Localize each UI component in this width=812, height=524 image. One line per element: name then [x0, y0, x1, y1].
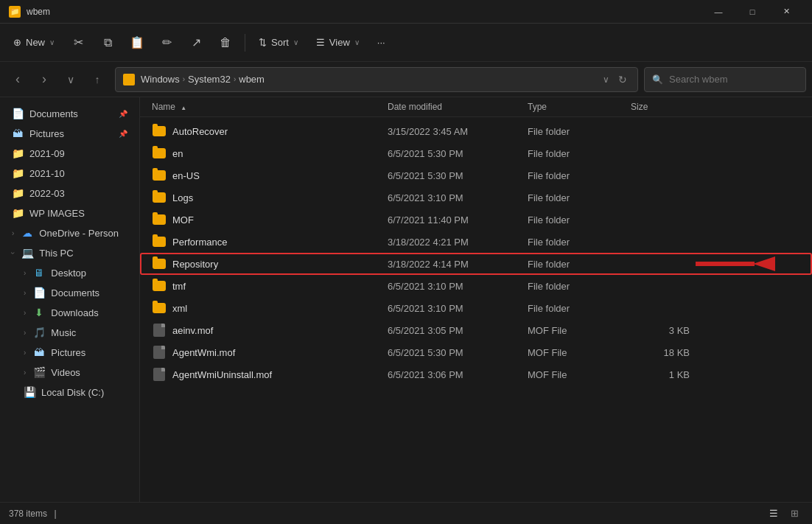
file-name: aeinv.mof	[172, 325, 388, 336]
copy-button[interactable]: ⧉	[94, 29, 121, 56]
pin-icon-pictures: 📌	[119, 130, 127, 138]
table-row[interactable]: MOF6/7/2021 11:40 PMFile folder	[140, 209, 812, 231]
sidebar-item-wp-images[interactable]: 📁 WP IMAGES	[3, 203, 136, 223]
search-input[interactable]	[669, 74, 798, 85]
file-name: AutoRecover	[172, 126, 388, 137]
view-chevron-icon: ∨	[354, 38, 360, 46]
file-date: 6/5/2021 3:10 PM	[388, 281, 528, 292]
folder-icon-wp-images: 📁	[12, 207, 24, 219]
downloads-icon: ⬇	[33, 307, 45, 318]
main-area: 📄 Documents 📌 🏔 Pictures 📌 📁 2021-09 📁 2…	[0, 97, 812, 502]
col-header-name[interactable]: Name ▲	[152, 102, 388, 112]
cut-button[interactable]: ✂	[65, 29, 91, 56]
file-date: 3/18/2022 4:14 PM	[388, 259, 528, 270]
sidebar-item-local-disk[interactable]: 💾 Local Disk (C:)	[3, 382, 136, 402]
sidebar-item-music[interactable]: › 🎵 Music	[3, 323, 136, 342]
table-row[interactable]: tmf6/5/2021 3:10 PMFile folder	[140, 275, 812, 297]
address-expand-icon[interactable]: ∨	[603, 74, 609, 85]
address-folder-icon	[123, 74, 135, 85]
share-button[interactable]: ↗	[183, 29, 209, 56]
table-row[interactable]: Repository3/18/2022 4:14 PMFile folder	[140, 253, 812, 275]
close-button[interactable]: ✕	[769, 0, 803, 24]
back-button[interactable]: ‹	[6, 68, 29, 91]
file-size: 3 KB	[631, 325, 690, 336]
table-row[interactable]: en6/5/2021 5:30 PMFile folder	[140, 142, 812, 164]
sidebar-label-videos: Videos	[51, 367, 80, 378]
file-date: 3/18/2022 4:21 PM	[388, 237, 528, 248]
sidebar-item-documents[interactable]: 📄 Documents 📌	[3, 104, 136, 123]
refresh-button[interactable]: ↻	[615, 71, 630, 88]
folder-icon	[152, 146, 167, 161]
more-button[interactable]: ···	[370, 32, 393, 52]
sidebar-label-local-disk: Local Disk (C:)	[41, 387, 104, 398]
address-bar[interactable]: Windows › System32 › wbem ∨ ↻	[115, 67, 638, 92]
sidebar-label-wp-images: WP IMAGES	[29, 208, 85, 219]
view-toggle-group: ☰ ⊞	[765, 505, 803, 523]
search-box[interactable]: 🔍	[644, 67, 806, 92]
file-type: File folder	[528, 170, 631, 181]
file-type: File folder	[528, 192, 631, 203]
file-type: MOF File	[528, 325, 631, 336]
sidebar-item-pictures2[interactable]: › 🏔 Pictures	[3, 343, 136, 362]
sidebar-label-2021-10: 2021-10	[29, 168, 65, 179]
breadcrumb-windows[interactable]: Windows	[141, 74, 180, 85]
col-header-size[interactable]: Size	[631, 102, 690, 112]
new-button[interactable]: ⊕ New ∨	[6, 32, 62, 52]
file-icon	[152, 367, 167, 382]
column-headers: Name ▲ Date modified Type Size	[140, 97, 812, 117]
sidebar-label-pictures: Pictures	[29, 128, 64, 139]
col-header-date[interactable]: Date modified	[388, 102, 528, 112]
sidebar-item-documents2[interactable]: › 📄 Documents	[3, 283, 136, 302]
table-row[interactable]: Performance3/18/2022 4:21 PMFile folder	[140, 231, 812, 253]
folder-icon-2022-03: 📁	[12, 187, 24, 199]
dropdown-button[interactable]: ∨	[59, 68, 83, 91]
folder-icon	[152, 124, 167, 139]
sidebar-item-onedrive[interactable]: › ☁ OneDrive - Person	[3, 223, 136, 242]
breadcrumb-system32[interactable]: System32	[188, 74, 231, 85]
sidebar-item-pictures[interactable]: 🏔 Pictures 📌	[3, 124, 136, 143]
breadcrumb-wbem[interactable]: wbem	[239, 74, 265, 85]
file-type: MOF File	[528, 347, 631, 358]
maximize-button[interactable]: □	[735, 0, 769, 24]
delete-button[interactable]: 🗑	[212, 29, 239, 56]
sidebar-item-downloads[interactable]: › ⬇ Downloads	[3, 303, 136, 322]
sidebar-label-documents2: Documents	[51, 287, 99, 298]
chevron-desktop: ›	[24, 269, 26, 277]
table-row[interactable]: AgentWmi.mof6/5/2021 5:30 PMMOF File18 K…	[140, 341, 812, 363]
file-date: 6/5/2021 3:10 PM	[388, 192, 528, 203]
status-count: 378 items |	[9, 509, 61, 519]
sidebar-item-2021-09[interactable]: 📁 2021-09	[3, 144, 136, 163]
list-view-button[interactable]: ☰	[765, 505, 783, 523]
sidebar-label-pictures2: Pictures	[51, 347, 85, 358]
paste-button[interactable]: 📋	[124, 29, 150, 56]
view-button[interactable]: ☰ View ∨	[309, 32, 367, 52]
sidebar-item-this-pc[interactable]: › 💻 This PC	[3, 243, 136, 262]
sidebar-item-2022-03[interactable]: 📁 2022-03	[3, 184, 136, 203]
file-icon	[152, 323, 167, 338]
up-button[interactable]: ↑	[85, 68, 109, 91]
table-row[interactable]: Logs6/5/2021 3:10 PMFile folder	[140, 186, 812, 209]
table-row[interactable]: en-US6/5/2021 5:30 PMFile folder	[140, 164, 812, 186]
sort-button[interactable]: ⇅ Sort ∨	[251, 32, 306, 52]
forward-button[interactable]: ›	[32, 68, 56, 91]
file-type: File folder	[528, 303, 631, 314]
minimize-button[interactable]: —	[701, 0, 735, 24]
table-row[interactable]: AgentWmiUninstall.mof6/5/2021 3:06 PMMOF…	[140, 363, 812, 385]
table-row[interactable]: AutoRecover3/15/2022 3:45 AMFile folder	[140, 120, 812, 142]
file-area: Name ▲ Date modified Type Size AutoRecov…	[140, 97, 812, 502]
col-header-type[interactable]: Type	[528, 102, 631, 112]
sidebar-item-desktop[interactable]: › 🖥 Desktop	[3, 263, 136, 282]
sidebar-item-2021-10[interactable]: 📁 2021-10	[3, 164, 136, 183]
chevron-documents2: ›	[24, 289, 26, 297]
folder-icon	[152, 301, 167, 315]
table-row[interactable]: xml6/5/2021 3:10 PMFile folder	[140, 297, 812, 319]
chevron-downloads: ›	[24, 309, 26, 317]
table-row[interactable]: aeinv.mof6/5/2021 3:05 PMMOF File3 KB	[140, 319, 812, 341]
desktop-icon: 🖥	[33, 267, 45, 279]
sidebar-item-videos[interactable]: › 🎬 Videos	[3, 363, 136, 382]
file-size: 18 KB	[631, 347, 690, 358]
grid-view-button[interactable]: ⊞	[785, 505, 803, 523]
title-bar: 📁 wbem — □ ✕	[0, 0, 812, 24]
rename-button[interactable]: ✏	[153, 29, 180, 56]
this-pc-icon: 💻	[21, 247, 33, 259]
